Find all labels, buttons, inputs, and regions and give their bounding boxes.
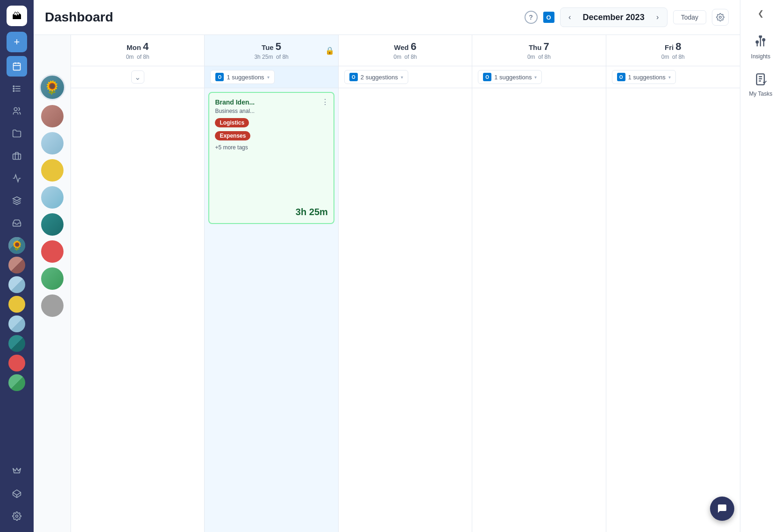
day-name-wed: Wed 6 bbox=[346, 41, 464, 53]
insights-icon bbox=[752, 34, 769, 50]
page-title: Dashboard bbox=[45, 10, 517, 25]
suggestion-count-thu: 1 suggestions bbox=[494, 74, 532, 81]
suggestion-button-fri[interactable]: O 1 suggestions ▾ bbox=[612, 70, 676, 84]
day-name-mon: Mon 4 bbox=[78, 41, 197, 53]
avatar-thumb-7[interactable] bbox=[41, 240, 64, 263]
gear-icon bbox=[716, 13, 724, 21]
avatar-thumb-2[interactable] bbox=[41, 105, 64, 127]
chat-button[interactable] bbox=[710, 497, 734, 521]
calendar-body: ⋮ Brand Iden... Business anal... Logisti… bbox=[71, 88, 740, 532]
chat-icon bbox=[717, 503, 728, 514]
sidebar-item-people[interactable] bbox=[7, 101, 27, 121]
insights-panel-item[interactable]: Insights bbox=[751, 34, 770, 60]
sidebar-item-cube[interactable] bbox=[7, 483, 27, 504]
event-more-tags[interactable]: +5 more tags bbox=[215, 144, 327, 151]
chevron-down-icon-wed: ▾ bbox=[401, 75, 403, 80]
avatar-7[interactable] bbox=[8, 355, 25, 371]
event-tag-expenses[interactable]: Expenses bbox=[215, 131, 250, 140]
day-header-wed: Wed 6 0m of 8h bbox=[339, 35, 472, 66]
day-column-thu bbox=[472, 88, 606, 532]
avatar-thumb-5[interactable] bbox=[41, 186, 64, 209]
svg-point-9 bbox=[13, 91, 14, 92]
day-name-tue: Tue 5 bbox=[212, 41, 330, 53]
avatar-2[interactable] bbox=[8, 257, 25, 273]
today-button[interactable]: Today bbox=[673, 10, 706, 24]
settings-icon bbox=[12, 511, 21, 521]
suggestion-count-tue: 1 suggestions bbox=[227, 74, 264, 81]
chevron-down-icon-thu: ▾ bbox=[534, 75, 537, 80]
avatar-8[interactable] bbox=[8, 374, 25, 391]
day-time-thu: 0m of 8h bbox=[480, 54, 598, 60]
avatar-6[interactable] bbox=[8, 335, 25, 352]
avatar-3[interactable] bbox=[8, 276, 25, 293]
collapse-panel-button[interactable]: ❮ bbox=[755, 7, 767, 19]
svg-point-7 bbox=[13, 86, 14, 87]
my-tasks-panel-item[interactable]: My Tasks bbox=[749, 71, 773, 97]
header-controls: ? O ‹ December 2023 › Today bbox=[525, 7, 729, 27]
avatar-4[interactable] bbox=[8, 296, 25, 313]
event-title: Brand Iden... bbox=[215, 98, 327, 106]
svg-point-8 bbox=[13, 88, 14, 90]
day-column-mon bbox=[71, 88, 205, 532]
help-button[interactable]: ? bbox=[525, 11, 538, 24]
right-panel: ❮ Insights My Tasks bbox=[740, 0, 781, 532]
suggestion-button-wed[interactable]: O 2 suggestions ▾ bbox=[344, 70, 408, 84]
logo-icon: 🏔 bbox=[12, 11, 21, 21]
avatar-thumb-8[interactable] bbox=[41, 267, 64, 290]
sidebar-item-inbox[interactable] bbox=[7, 213, 27, 233]
next-month-button[interactable]: › bbox=[650, 10, 665, 25]
svg-point-16 bbox=[719, 16, 722, 19]
day-time-wed: 0m of 8h bbox=[346, 54, 464, 60]
sidebar-item-layers[interactable] bbox=[7, 190, 27, 211]
my-tasks-label: My Tasks bbox=[749, 91, 773, 97]
day-column-fri bbox=[606, 88, 740, 532]
event-menu-button[interactable]: ⋮ bbox=[321, 98, 329, 106]
expand-button-mon[interactable]: ⌄ bbox=[131, 70, 144, 84]
chevron-down-icon-fri: ▾ bbox=[668, 75, 671, 80]
suggestion-count-wed: 2 suggestions bbox=[361, 74, 398, 81]
event-tag-logistics[interactable]: Logistics bbox=[215, 118, 249, 127]
suggestions-row: ⌄ O 1 suggestions ▾ O 2 suggestions ▾ bbox=[71, 66, 740, 88]
suggestion-button-tue[interactable]: O 1 suggestions ▾ bbox=[210, 70, 274, 84]
avatar-1[interactable]: 🌻 bbox=[8, 237, 25, 254]
suggestion-cell-tue: O 1 suggestions ▾ bbox=[205, 66, 338, 88]
cube-icon bbox=[12, 489, 21, 498]
sidebar-item-folder[interactable] bbox=[7, 123, 27, 144]
calendar-settings-button[interactable] bbox=[712, 9, 729, 26]
avatar-thumb-3[interactable] bbox=[41, 132, 64, 154]
day-time-mon: 0m of 8h bbox=[78, 54, 197, 60]
crown-icon bbox=[12, 467, 21, 476]
sidebar-item-chart[interactable] bbox=[7, 168, 27, 189]
avatar-thumb-1[interactable]: 🌻 bbox=[39, 74, 65, 100]
avatar-thumb-6[interactable] bbox=[41, 213, 64, 236]
main-content: Dashboard ? O ‹ December 2023 › Today 🌻 bbox=[34, 0, 740, 532]
avatar-thumb-4[interactable] bbox=[41, 159, 64, 182]
prev-month-button[interactable]: ‹ bbox=[562, 10, 577, 25]
svg-rect-0 bbox=[14, 63, 21, 70]
suggestion-cell-fri: O 1 suggestions ▾ bbox=[606, 66, 740, 88]
suggestion-button-thu[interactable]: O 1 suggestions ▾ bbox=[478, 70, 542, 84]
sidebar-item-briefcase[interactable] bbox=[7, 146, 27, 166]
logo[interactable]: 🏔 bbox=[7, 6, 27, 26]
day-header-mon: Mon 4 0m of 8h bbox=[71, 35, 205, 66]
current-month: December 2023 bbox=[579, 13, 648, 22]
avatar-thumb-9[interactable] bbox=[41, 294, 64, 317]
add-button[interactable]: + bbox=[7, 32, 27, 52]
suggestion-cell-mon: ⌄ bbox=[71, 66, 205, 88]
header: Dashboard ? O ‹ December 2023 › Today bbox=[34, 0, 740, 35]
people-icon bbox=[12, 106, 21, 116]
sidebar-item-calendar[interactable] bbox=[7, 56, 27, 77]
day-header-tue: Tue 5 3h 25m of 8h 🔒 bbox=[205, 35, 338, 66]
chart-icon bbox=[12, 174, 21, 183]
avatar-5[interactable] bbox=[8, 315, 25, 332]
outlook-icon-wed: O bbox=[349, 73, 358, 81]
sidebar-item-list[interactable] bbox=[7, 78, 27, 99]
sidebar-item-crown[interactable] bbox=[7, 461, 27, 482]
outlook-icon-fri: O bbox=[617, 73, 625, 81]
lock-icon: 🔒 bbox=[325, 46, 334, 55]
list-icon bbox=[12, 84, 21, 93]
svg-rect-11 bbox=[13, 154, 21, 160]
sidebar-item-settings[interactable] bbox=[7, 506, 27, 526]
outlook-icon[interactable]: O bbox=[543, 12, 554, 23]
event-card[interactable]: ⋮ Brand Iden... Business anal... Logisti… bbox=[208, 92, 334, 224]
